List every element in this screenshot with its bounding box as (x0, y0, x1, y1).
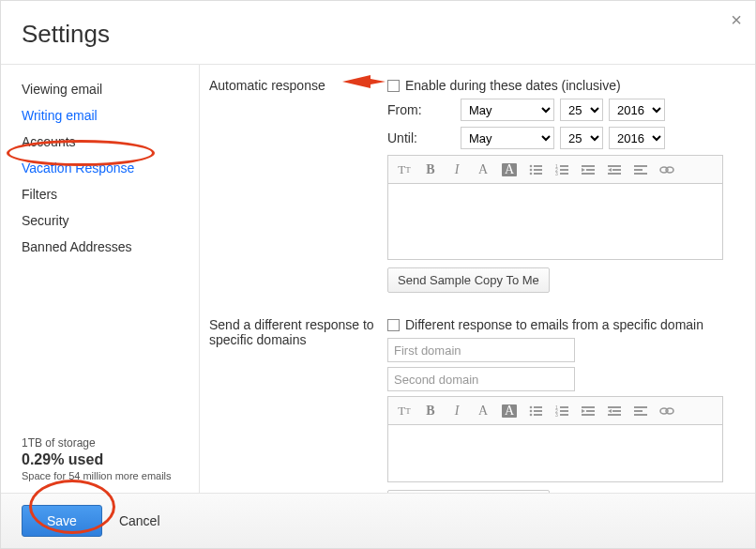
indent-increase-icon[interactable] (604, 160, 625, 180)
storage-info: 1TB of storage 0.29% used Space for 54 m… (1, 436, 199, 493)
close-button[interactable]: × (731, 10, 742, 29)
svg-rect-46 (634, 410, 643, 412)
svg-rect-16 (608, 165, 621, 167)
until-month-select[interactable]: May (461, 127, 554, 149)
svg-rect-28 (534, 410, 542, 412)
font-size-icon[interactable]: TT (394, 401, 415, 421)
section-automatic-response: Automatic response Enable during these d… (209, 78, 734, 293)
svg-rect-47 (634, 414, 647, 416)
editor-domain-response: TT B I A A 123 (387, 396, 723, 482)
align-left-icon[interactable] (630, 160, 651, 180)
link-icon[interactable] (657, 401, 677, 421)
specific-domain-checkbox[interactable] (387, 319, 400, 331)
svg-rect-14 (582, 173, 595, 175)
svg-rect-3 (534, 169, 542, 171)
section-label-auto: Automatic response (209, 78, 387, 293)
from-month-select[interactable]: May (461, 99, 554, 121)
until-year-select[interactable]: 2016 (609, 127, 665, 149)
cancel-button[interactable]: Cancel (113, 506, 166, 536)
svg-rect-37 (582, 406, 595, 408)
svg-point-25 (530, 405, 533, 408)
numbered-list-icon[interactable]: 123 (552, 401, 572, 421)
bullet-list-icon[interactable] (525, 160, 546, 180)
storage-capacity: 1TB of storage (22, 436, 178, 450)
sidebar-item-writing-email[interactable]: Writing email (1, 102, 199, 129)
text-color-icon[interactable]: A (473, 401, 493, 421)
svg-rect-39 (582, 414, 595, 416)
editor-textarea[interactable] (388, 184, 722, 259)
svg-rect-26 (534, 406, 542, 408)
indent-decrease-icon[interactable] (578, 160, 598, 180)
bullet-list-icon[interactable] (525, 401, 546, 421)
sidebar-item-vacation-response[interactable]: Vacation Response (1, 155, 199, 181)
italic-icon[interactable]: I (446, 160, 467, 180)
footer-bar: Save Cancel (1, 493, 755, 548)
svg-rect-38 (586, 410, 595, 412)
svg-rect-21 (634, 169, 643, 171)
svg-marker-44 (608, 409, 612, 413)
svg-rect-20 (634, 165, 647, 167)
svg-point-27 (530, 409, 533, 412)
until-day-select[interactable]: 25 (560, 127, 603, 149)
svg-rect-43 (608, 414, 621, 416)
svg-rect-22 (634, 173, 647, 175)
sidebar-item-accounts[interactable]: Accounts (1, 129, 199, 155)
from-year-select[interactable]: 2016 (609, 99, 665, 121)
editor-automatic-response: TT B I A A 123 (387, 155, 723, 260)
editor-toolbar-2: TT B I A A 123 (388, 397, 722, 425)
save-button[interactable]: Save (22, 505, 102, 537)
bold-icon[interactable]: B (420, 401, 441, 421)
link-icon[interactable] (657, 160, 677, 180)
indent-decrease-icon[interactable] (578, 401, 598, 421)
svg-rect-32 (560, 410, 568, 412)
section-label-domains: Send a different response to specific do… (209, 317, 387, 493)
svg-marker-19 (608, 168, 612, 172)
svg-marker-40 (582, 409, 585, 413)
svg-point-4 (530, 172, 533, 175)
from-label: From: (387, 102, 461, 117)
sidebar-item-security[interactable]: Security (1, 207, 199, 234)
sidebar: Viewing email Writing email Accounts Vac… (1, 65, 200, 493)
nav-list: Viewing email Writing email Accounts Vac… (1, 76, 199, 436)
svg-rect-30 (534, 414, 542, 416)
svg-text:3: 3 (555, 171, 558, 175)
svg-rect-8 (560, 173, 568, 175)
specific-domain-label: Different response to emails from a spec… (405, 317, 703, 332)
send-sample-button[interactable]: Send Sample Copy To Me (387, 267, 550, 293)
section-specific-domains: Send a different response to specific do… (209, 317, 734, 493)
storage-used: 0.29% used (22, 451, 178, 468)
sidebar-item-filters[interactable]: Filters (1, 181, 199, 207)
numbered-list-icon[interactable]: 123 (552, 160, 572, 180)
page-title: Settings (1, 1, 755, 64)
second-domain-input[interactable] (387, 367, 575, 391)
first-domain-input[interactable] (387, 338, 575, 362)
indent-increase-icon[interactable] (604, 401, 625, 421)
highlight-icon[interactable]: A (499, 160, 520, 180)
text-color-icon[interactable]: A (473, 160, 493, 180)
svg-rect-31 (560, 406, 568, 408)
svg-rect-7 (560, 169, 568, 171)
svg-rect-18 (608, 173, 621, 175)
editor-textarea-2[interactable] (388, 425, 722, 481)
until-label: Until: (387, 130, 461, 145)
editor-toolbar: TT B I A A 123 (388, 156, 722, 184)
svg-rect-1 (534, 165, 542, 167)
svg-rect-45 (634, 406, 647, 408)
sidebar-item-banned-addresses[interactable]: Banned Addresses (1, 234, 199, 260)
enable-dates-checkbox[interactable] (387, 80, 400, 92)
svg-rect-12 (582, 165, 595, 167)
highlight-icon[interactable]: A (499, 401, 520, 421)
from-day-select[interactable]: 25 (560, 99, 603, 121)
align-left-icon[interactable] (630, 401, 651, 421)
svg-point-29 (530, 413, 533, 416)
svg-rect-5 (534, 173, 542, 175)
sidebar-item-viewing-email[interactable]: Viewing email (1, 76, 199, 102)
svg-rect-17 (612, 169, 621, 171)
font-size-icon[interactable]: TT (394, 160, 415, 180)
bold-icon[interactable]: B (420, 160, 441, 180)
italic-icon[interactable]: I (446, 401, 467, 421)
svg-rect-6 (560, 165, 568, 167)
svg-rect-33 (560, 414, 568, 416)
settings-modal: × Settings Viewing email Writing email A… (0, 0, 756, 549)
svg-rect-41 (608, 406, 621, 408)
